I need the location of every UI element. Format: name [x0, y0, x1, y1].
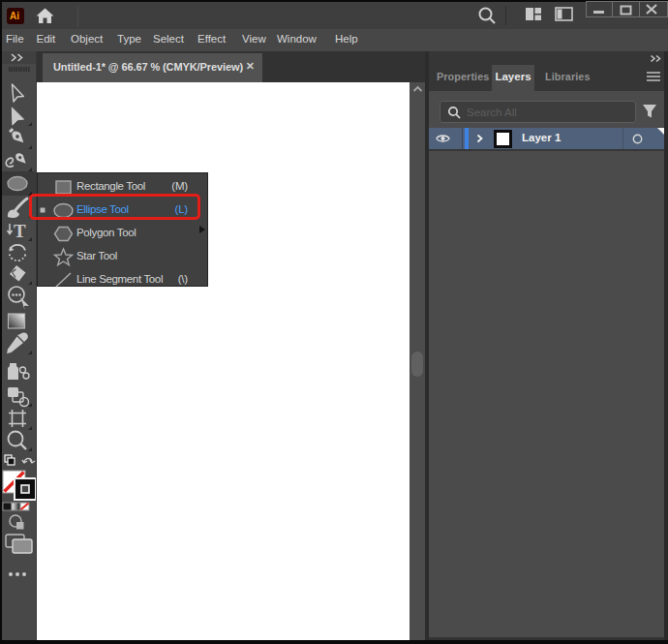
svg-text:T: T: [14, 221, 26, 241]
